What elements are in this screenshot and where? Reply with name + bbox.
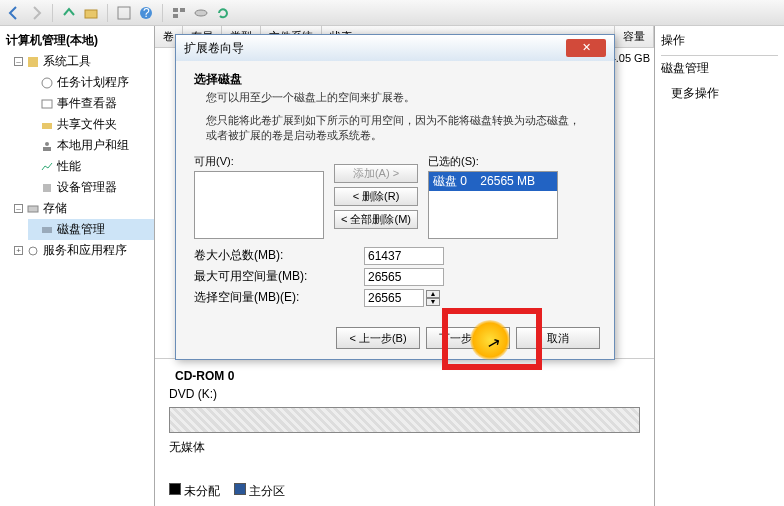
next-button[interactable]: 下一步(N) > — [426, 327, 510, 349]
nav-tree[interactable]: 计算机管理(本地) –系统工具 任务计划程序 事件查看器 共享文件夹 本地用户和… — [0, 26, 155, 506]
dialog-title-text: 扩展卷向导 — [184, 40, 244, 57]
up-icon[interactable] — [61, 5, 77, 21]
svg-rect-8 — [28, 57, 38, 67]
prop-icon[interactable] — [116, 5, 132, 21]
legend-primary-swatch — [234, 483, 246, 495]
remove-all-button[interactable]: < 全部删除(M) — [334, 210, 418, 229]
extend-volume-wizard-dialog: 扩展卷向导 ✕ 选择磁盘 您可以用至少一个磁盘上的空间来扩展卷。 您只能将此卷扩… — [175, 34, 615, 360]
close-button[interactable]: ✕ — [566, 39, 606, 57]
folder-icon[interactable] — [83, 5, 99, 21]
tree-storage[interactable]: –存储 — [14, 198, 154, 219]
col-capacity[interactable]: 容量 — [615, 26, 654, 47]
svg-rect-10 — [42, 100, 52, 108]
view-icon[interactable] — [171, 5, 187, 21]
back-button[interactable]: < 上一步(B) — [336, 327, 420, 349]
back-icon[interactable] — [6, 5, 22, 21]
legend: 未分配 主分区 — [169, 483, 285, 500]
disk-sub: DVD (K:) — [169, 387, 640, 401]
svg-rect-0 — [85, 10, 97, 18]
forward-icon[interactable] — [28, 5, 44, 21]
svg-point-7 — [195, 10, 207, 16]
actions-title: 操作 — [661, 30, 778, 51]
svg-point-17 — [29, 247, 37, 255]
spinner[interactable]: ▲▼ — [426, 290, 440, 306]
svg-rect-6 — [173, 14, 178, 18]
svg-text:?: ? — [143, 6, 150, 20]
tree-services[interactable]: +服务和应用程序 — [14, 240, 154, 261]
tree-device-manager[interactable]: 设备管理器 — [28, 177, 154, 198]
separator — [107, 4, 108, 22]
cancel-button[interactable]: 取消 — [516, 327, 600, 349]
available-label: 可用(V): — [194, 154, 324, 169]
svg-point-9 — [42, 78, 52, 88]
svg-point-12 — [45, 142, 49, 146]
tree-system-tools[interactable]: –系统工具 — [14, 51, 154, 72]
tree-performance[interactable]: 性能 — [28, 156, 154, 177]
tree-disk-mgmt[interactable]: 磁盘管理 — [28, 219, 154, 240]
available-list[interactable] — [194, 171, 324, 239]
selected-disk-row[interactable]: 磁盘 0 26565 MB — [429, 172, 557, 191]
dialog-note: 您只能将此卷扩展到如下所示的可用空间，因为不能将磁盘转换为动态磁盘，或者被扩展的… — [206, 113, 584, 144]
selected-label: 已选的(S): — [428, 154, 558, 169]
svg-rect-4 — [173, 8, 178, 12]
total-size-label: 卷大小总数(MB): — [194, 247, 364, 264]
dialog-section: 选择磁盘 — [194, 71, 596, 88]
actions-more[interactable]: 更多操作 — [661, 85, 778, 102]
svg-rect-1 — [118, 7, 130, 19]
spin-down-icon: ▼ — [426, 298, 440, 306]
actions-panel: 操作 磁盘管理 更多操作 — [654, 26, 784, 506]
select-space-label: 选择空间量(MB)(E): — [194, 289, 364, 306]
max-space-value: 26565 — [364, 268, 444, 286]
dialog-titlebar[interactable]: 扩展卷向导 ✕ — [176, 35, 614, 61]
remove-button[interactable]: < 删除(R) — [334, 187, 418, 206]
selected-list[interactable]: 磁盘 0 26565 MB — [428, 171, 558, 239]
add-button[interactable]: 添加(A) > — [334, 164, 418, 183]
svg-rect-15 — [28, 206, 38, 212]
tree-root[interactable]: 计算机管理(本地) — [0, 30, 154, 51]
dialog-subtitle: 您可以用至少一个磁盘上的空间来扩展卷。 — [206, 90, 596, 105]
tree-local-users[interactable]: 本地用户和组 — [28, 135, 154, 156]
svg-rect-13 — [43, 147, 51, 151]
disk-name: CD-ROM 0 — [175, 369, 234, 383]
separator — [162, 4, 163, 22]
tree-event-viewer[interactable]: 事件查看器 — [28, 93, 154, 114]
tree-shared-folders[interactable]: 共享文件夹 — [28, 114, 154, 135]
tree-task-scheduler[interactable]: 任务计划程序 — [28, 72, 154, 93]
disk-graph-area: CD-ROM 0 DVD (K:) 无媒体 — [155, 358, 654, 466]
help-icon[interactable]: ? — [138, 5, 154, 21]
actions-section[interactable]: 磁盘管理 — [661, 60, 778, 77]
svg-rect-11 — [42, 123, 52, 129]
svg-rect-5 — [180, 8, 185, 12]
svg-rect-16 — [42, 227, 52, 233]
disk-bar[interactable] — [169, 407, 640, 433]
legend-unalloc-swatch — [169, 483, 181, 495]
total-size-value: 61437 — [364, 247, 444, 265]
disk-status: 无媒体 — [169, 439, 640, 456]
separator — [52, 4, 53, 22]
spin-up-icon: ▲ — [426, 290, 440, 298]
max-space-label: 最大可用空间量(MB): — [194, 268, 364, 285]
main-toolbar: ? — [0, 0, 784, 26]
disk-icon[interactable] — [193, 5, 209, 21]
refresh-icon[interactable] — [215, 5, 231, 21]
svg-rect-14 — [43, 184, 51, 192]
select-space-input[interactable] — [364, 289, 424, 307]
